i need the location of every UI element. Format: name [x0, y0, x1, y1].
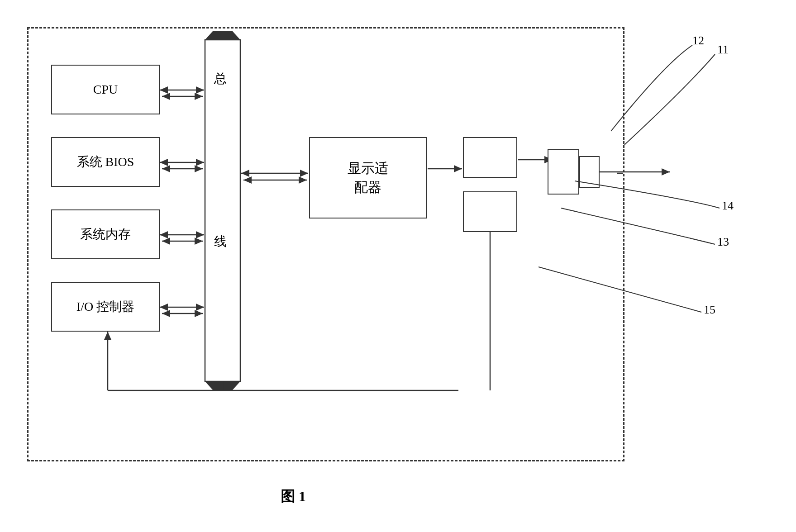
ref-13: 13 [717, 235, 729, 249]
svg-marker-32 [300, 170, 308, 177]
ref-11: 11 [717, 43, 729, 57]
svg-marker-31 [241, 170, 249, 177]
svg-rect-0 [205, 40, 240, 381]
svg-marker-3 [205, 31, 240, 40]
ref-15: 15 [704, 303, 715, 317]
svg-marker-7 [160, 86, 168, 94]
connector-box [548, 149, 579, 195]
svg-marker-47 [104, 332, 111, 340]
ref-14: 14 [722, 199, 734, 213]
svg-marker-19 [160, 231, 168, 238]
connector-small-box [579, 156, 600, 188]
svg-marker-28 [162, 310, 170, 317]
svg-marker-34 [243, 176, 252, 184]
ref-12: 12 [692, 34, 704, 48]
memory-box: 系统内存 [51, 209, 160, 259]
cpu-box: CPU [51, 65, 160, 114]
svg-marker-16 [162, 165, 170, 172]
bios-label: 系统 BIOS [77, 153, 134, 171]
cpu-label: CPU [93, 82, 118, 97]
svg-marker-17 [195, 165, 203, 172]
svg-marker-25 [160, 304, 168, 311]
svg-marker-37 [454, 165, 462, 172]
io-label: I/O 控制器 [76, 298, 134, 315]
display-adapter-label: 显示适配器 [348, 159, 388, 197]
svg-marker-14 [196, 159, 204, 166]
svg-marker-5 [205, 381, 240, 390]
svg-marker-23 [195, 238, 203, 245]
svg-text:总: 总 [214, 71, 227, 86]
svg-marker-13 [160, 159, 168, 166]
svg-marker-50 [662, 168, 670, 176]
diagram-container: CPU 系统 BIOS 系统内存 I/O 控制器 显示适配器 总 [18, 18, 778, 516]
svg-marker-35 [299, 176, 307, 184]
system-boundary: CPU 系统 BIOS 系统内存 I/O 控制器 显示适配器 总 [27, 27, 624, 461]
svg-marker-10 [162, 93, 170, 100]
svg-marker-11 [195, 93, 203, 100]
right-box-top [463, 137, 517, 178]
figure-title: 图 1 [281, 488, 306, 504]
figure-caption: 图 1 [281, 487, 306, 507]
right-box-bottom [463, 191, 517, 232]
svg-marker-20 [196, 231, 204, 238]
svg-marker-22 [162, 238, 170, 245]
svg-marker-26 [196, 304, 204, 311]
svg-marker-8 [196, 86, 204, 94]
io-box: I/O 控制器 [51, 282, 160, 332]
bios-box: 系统 BIOS [51, 137, 160, 187]
memory-label: 系统内存 [80, 226, 131, 243]
display-adapter-box: 显示适配器 [309, 137, 427, 218]
svg-marker-29 [195, 310, 203, 317]
svg-text:线: 线 [214, 234, 227, 248]
